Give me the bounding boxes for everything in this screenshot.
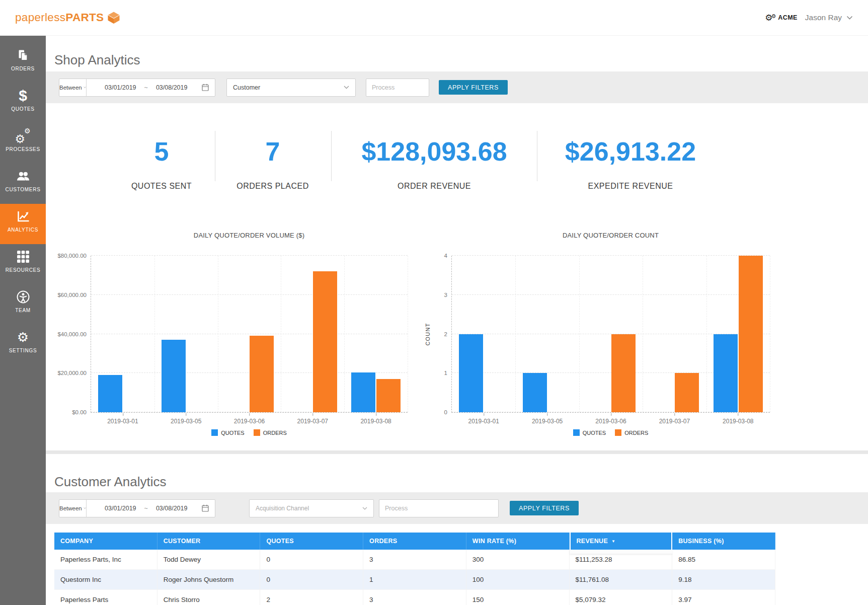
table-row[interactable]: Questorm IncRoger Johns Questorm01100$11…: [54, 570, 775, 590]
column-header-label: COMPANY: [60, 538, 93, 545]
quotes-bar-2019-03-01[interactable]: [98, 375, 122, 412]
orders-bar-2019-03-07[interactable]: [313, 271, 337, 412]
x-tick-label: 2019-03-05: [171, 418, 201, 425]
bar-group-2019-03-05: [154, 256, 218, 412]
column-header-label: QUOTES: [266, 538, 294, 545]
date-range-input[interactable]: 03/01/2019 ~ 03/08/2019: [87, 79, 215, 96]
orders-icon: [17, 46, 30, 64]
legend-label: ORDERS: [624, 430, 648, 436]
customer-select[interactable]: Customer: [226, 79, 356, 97]
bar-group-2019-03-08: [706, 256, 770, 412]
chevron-down-icon: [362, 507, 367, 510]
column-header-revenue[interactable]: REVENUE▼: [570, 533, 673, 550]
paperless-parts-logo[interactable]: paperlessPARTS: [15, 11, 120, 24]
quotes-icon: $: [19, 87, 27, 105]
sidebar-item-label: ORDERS: [11, 66, 35, 71]
kpi-quotes-sent: 5 QUOTES SENT: [131, 138, 192, 191]
orders-bar-2019-03-06[interactable]: [611, 334, 636, 413]
table-cell: 150: [466, 590, 570, 605]
top-header: paperlessPARTS ⚙⚙ ACME Jason Ray: [0, 0, 868, 36]
date-to[interactable]: 03/08/2019: [156, 505, 188, 512]
table-cell: Roger Johns Questorm: [157, 570, 261, 590]
customers-icon: [16, 167, 31, 185]
column-header-company[interactable]: COMPANY: [54, 533, 157, 550]
quotes-bar-2019-03-08[interactable]: [351, 372, 375, 412]
date-range-control: Between 03/01/2019 ~ 03/08/2019: [59, 79, 215, 97]
chart-title: DAILY QUOTE/ORDER VOLUME ($): [91, 232, 408, 239]
orders-bar-2019-03-06[interactable]: [250, 336, 274, 412]
quotes-bar-2019-03-08[interactable]: [714, 334, 738, 413]
calendar-icon[interactable]: [202, 504, 209, 512]
acquisition-channel-select[interactable]: Acquisition Channel: [249, 499, 374, 517]
sidebar-item-quotes[interactable]: $QUOTES: [0, 83, 46, 123]
column-header-label: CUSTOMER: [164, 538, 201, 545]
bar-group-2019-03-06: [579, 256, 643, 412]
kpi-label: ORDERS PLACED: [236, 182, 308, 191]
quotes-bar-2019-03-01[interactable]: [459, 334, 483, 413]
sidebar-item-settings[interactable]: ⚙SETTINGS: [0, 325, 46, 365]
kpi-expedite-revenue: $26,913.22 EXPEDITE REVENUE: [565, 138, 696, 191]
legend-label: QUOTES: [583, 430, 606, 436]
sidebar-item-label: TEAM: [15, 308, 31, 313]
sidebar-item-customers[interactable]: CUSTOMERS: [0, 164, 46, 204]
table-cell: $5,079.32: [570, 590, 673, 605]
column-header-label: WIN RATE (%): [472, 538, 516, 545]
date-from[interactable]: 03/01/2019: [105, 84, 136, 91]
quotes-bar-2019-03-05[interactable]: [162, 340, 186, 412]
customer-filter-bar: Between 03/01/2019 ~ 03/08/2019 Acquisit…: [46, 492, 868, 524]
x-tick-label: 2019-03-07: [297, 418, 328, 425]
x-tick-label: 2019-03-07: [659, 418, 690, 425]
x-tick-label: 2019-03-08: [360, 418, 391, 425]
orders-bar-2019-03-08[interactable]: [376, 379, 401, 412]
table-cell: Chris Storro: [157, 590, 261, 605]
process-input[interactable]: [366, 79, 429, 97]
legend-orders: ORDERS: [615, 429, 648, 436]
date-to[interactable]: 03/08/2019: [156, 84, 188, 91]
calendar-icon[interactable]: [202, 84, 209, 91]
orders-bar-2019-03-07[interactable]: [675, 373, 699, 412]
column-header-orders[interactable]: ORDERS: [363, 533, 466, 550]
between-select[interactable]: Between: [59, 500, 87, 517]
column-header-quotes[interactable]: QUOTES: [260, 533, 363, 550]
sidebar-item-label: QUOTES: [11, 106, 34, 112]
chart-legend: QUOTESORDERS: [451, 429, 770, 436]
sidebar-item-analytics[interactable]: ANALYTICS: [0, 204, 46, 244]
apply-filters-button[interactable]: APPLY FILTERS: [439, 80, 508, 95]
account-name: ACME: [778, 14, 797, 21]
column-header-business[interactable]: BUSINESS (%): [672, 533, 775, 550]
date-range-input[interactable]: 03/01/2019 ~ 03/08/2019: [87, 500, 215, 517]
kpi-label: QUOTES SENT: [131, 182, 192, 191]
column-header-win-rate[interactable]: WIN RATE (%): [466, 533, 570, 550]
date-separator: ~: [144, 505, 148, 512]
between-label: Between: [59, 505, 82, 511]
sidebar-item-orders[interactable]: ORDERS: [0, 43, 46, 83]
legend-quotes: QUOTES: [211, 429, 244, 436]
column-header-label: REVENUE: [577, 538, 608, 545]
sidebar-item-processes[interactable]: ⚙⚙PROCESSES: [0, 123, 46, 164]
y-tick-label: $0.00: [72, 409, 87, 415]
shop-filter-bar: Between 03/01/2019 ~ 03/08/2019 Customer…: [46, 71, 868, 103]
sidebar-item-label: RESOURCES: [6, 267, 41, 273]
process-input[interactable]: [379, 499, 499, 517]
y-tick-label: $40,000.00: [57, 331, 87, 337]
between-select[interactable]: Between: [59, 79, 87, 96]
column-header-customer[interactable]: CUSTOMER: [157, 533, 261, 550]
kpi-divider: [537, 131, 537, 181]
y-tick-label: $60,000.00: [57, 292, 87, 298]
sidebar-nav: ORDERS$QUOTES⚙⚙PROCESSESCUSTOMERSANALYTI…: [0, 36, 46, 365]
sort-desc-icon: ▼: [611, 539, 615, 544]
bar-group-2019-03-07: [643, 256, 706, 412]
chart-title: DAILY QUOTE/ORDER COUNT: [451, 232, 770, 239]
user-menu[interactable]: Jason Ray: [805, 13, 853, 22]
apply-filters-button[interactable]: APPLY FILTERS: [510, 501, 579, 515]
sidebar-item-resources[interactable]: RESOURCES: [0, 244, 46, 284]
user-name: Jason Ray: [805, 13, 842, 22]
date-from[interactable]: 03/01/2019: [105, 505, 136, 512]
y-tick-label: 2: [444, 331, 447, 337]
legend-swatch: [211, 429, 218, 436]
orders-bar-2019-03-08[interactable]: [739, 256, 763, 412]
sidebar-item-team[interactable]: TEAM: [0, 284, 46, 325]
table-header-row: COMPANYCUSTOMERQUOTESORDERSWIN RATE (%)R…: [54, 533, 775, 550]
quotes-bar-2019-03-05[interactable]: [523, 373, 547, 412]
table-row[interactable]: Paperless PartsChris Storro23150$5,079.3…: [54, 590, 775, 605]
